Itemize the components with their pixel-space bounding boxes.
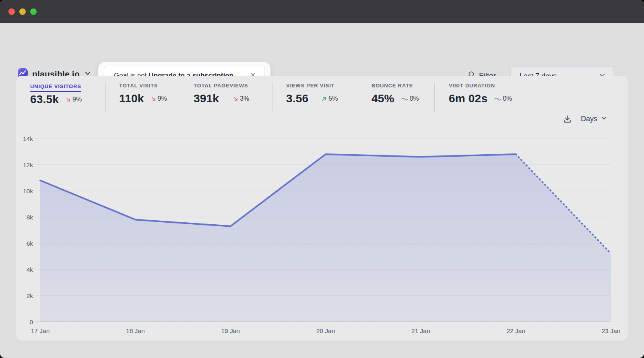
trend-down-icon <box>233 96 239 102</box>
metric-value: 6m 02s <box>449 92 487 105</box>
x-axis-tick-label: 19 Jan <box>221 327 240 334</box>
y-axis-tick-label: 0 <box>29 319 33 325</box>
y-axis-tick-label: 10k <box>23 188 33 195</box>
y-axis-tick-label: 14k <box>23 135 33 142</box>
visitors-area-chart[interactable]: 02k4k6k8k10k12k14k17 Jan18 Jan19 Jan20 J… <box>16 121 628 341</box>
area-fill <box>40 154 611 322</box>
app-window: plausible.io Goal is not Upgrade to a su… <box>0 0 644 358</box>
trend-up-icon <box>321 96 327 102</box>
metric-value: 63.5k <box>30 93 59 106</box>
metric-divider <box>272 83 273 112</box>
trend-down-icon <box>65 97 71 103</box>
y-axis-tick-label: 12k <box>23 161 33 168</box>
x-axis-tick-label: 17 Jan <box>31 327 50 334</box>
metric-divider <box>358 83 358 112</box>
metric-total-visits[interactable]: TOTAL VISITS 110k 9% <box>119 83 167 105</box>
metric-divider <box>180 83 180 112</box>
metric-change: 3% <box>240 95 249 102</box>
x-axis-tick-label: 18 Jan <box>126 327 145 334</box>
zoom-window-button[interactable] <box>30 8 37 15</box>
y-axis-tick-label: 4k <box>27 266 33 273</box>
y-axis-tick-label: 6k <box>27 240 33 247</box>
close-window-button[interactable] <box>8 8 15 15</box>
metric-change: 9% <box>72 96 82 103</box>
metric-total-pageviews[interactable]: TOTAL PAGEVIEWS 391k 3% <box>194 83 249 105</box>
analytics-card: UNIQUE VISITORS 63.5k 9% TOTAL VISITS 11… <box>16 76 628 341</box>
metric-change: 5% <box>328 95 338 102</box>
dashboard-page: plausible.io Goal is not Upgrade to a su… <box>0 23 644 358</box>
x-axis-tick-label: 20 Jan <box>316 327 335 334</box>
trend-down-icon <box>151 96 157 102</box>
x-axis-tick-label: 22 Jan <box>506 327 525 334</box>
metric-value: 391k <box>194 92 219 105</box>
metric-label: TOTAL VISITS <box>119 83 167 89</box>
x-axis-tick-label: 21 Jan <box>411 327 430 334</box>
metric-value: 3.56 <box>286 92 308 105</box>
metric-label: TOTAL PAGEVIEWS <box>194 83 249 89</box>
minimize-window-button[interactable] <box>19 8 26 15</box>
metric-label: VISIT DURATION <box>449 83 512 89</box>
metric-change: 9% <box>158 95 167 102</box>
traffic-lights <box>8 8 37 15</box>
metric-unique-visitors[interactable]: UNIQUE VISITORS 63.5k 9% <box>30 83 82 106</box>
metric-value: 110k <box>119 92 144 105</box>
window-titlebar <box>0 0 644 23</box>
metric-label: UNIQUE VISITORS <box>30 83 81 92</box>
trend-flat-icon <box>494 96 502 102</box>
metric-value: 45% <box>372 92 394 105</box>
metric-label: BOUNCE RATE <box>372 83 419 89</box>
metric-divider <box>105 83 106 112</box>
y-axis-tick-label: 2k <box>27 292 33 299</box>
trend-flat-icon <box>401 96 409 102</box>
x-axis-tick-label: 23 Jan <box>602 327 621 334</box>
metric-change: 0% <box>503 95 512 102</box>
metric-views-per-visit[interactable]: VIEWS PER VISIT 3.56 5% <box>286 83 338 105</box>
metric-label: VIEWS PER VISIT <box>286 83 338 89</box>
y-axis-tick-label: 8k <box>27 214 33 221</box>
metric-bounce-rate[interactable]: BOUNCE RATE 45% 0% <box>372 83 419 105</box>
metric-change: 0% <box>410 95 419 102</box>
metric-visit-duration[interactable]: VISIT DURATION 6m 02s 0% <box>449 83 512 105</box>
metric-divider <box>434 83 435 112</box>
